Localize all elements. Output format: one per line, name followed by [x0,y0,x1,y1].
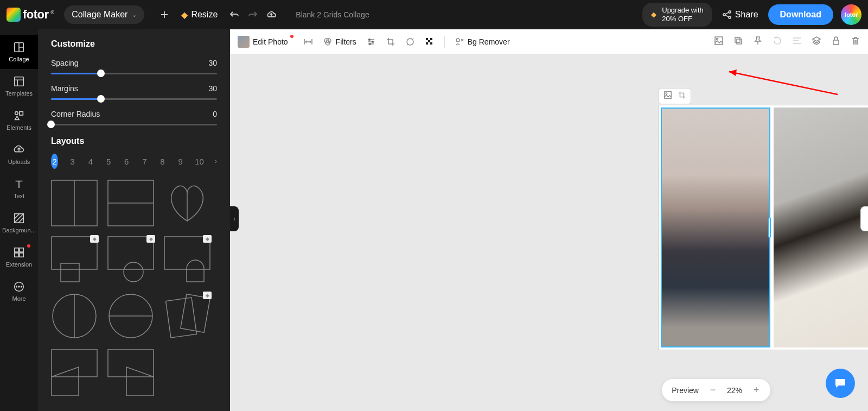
diamond-icon: ◆ [181,10,188,20]
collage-canvas[interactable] [659,105,868,350]
download-button[interactable]: Download [768,4,833,25]
svg-rect-11 [20,253,23,257]
rail-collage[interactable]: Collage [0,35,38,69]
svg-rect-27 [52,350,97,377]
zoom-value: 22% [727,386,742,395]
resize-label: Resize [191,10,218,20]
layout-option[interactable]: ◆ [164,293,210,339]
collapse-panel-button[interactable]: ‹ [230,206,239,231]
premium-badge: ◆ [203,292,212,299]
layout-option[interactable] [51,180,98,226]
rail-label: Elements [7,124,31,131]
replace-image-button[interactable] [714,36,724,47]
layout-count-row: 2 3 4 5 6 7 8 9 10 › [51,154,217,169]
add-button[interactable] [155,10,174,19]
svg-point-13 [16,286,17,287]
layout-option[interactable] [107,180,154,226]
svg-rect-38 [428,40,430,42]
upgrade-line2: 20% OFF [662,15,704,23]
layout-count-3[interactable]: 3 [69,154,76,169]
resize-button[interactable]: ◆ Resize [181,10,218,20]
layout-count-8[interactable]: 8 [159,154,166,169]
zoom-out-button[interactable]: − [709,384,717,396]
zoom-in-button[interactable]: + [752,384,761,396]
opacity-button[interactable] [425,37,435,47]
spacing-label: Spacing [51,59,79,67]
customize-panel: Customize Spacing30 Margins30 Corner Rad… [38,29,230,411]
rail-uploads[interactable]: Uploads [0,137,38,172]
layout-count-4[interactable]: 4 [87,154,94,169]
document-title-input[interactable] [296,10,391,19]
filters-button[interactable]: Filters [323,37,356,47]
layout-option[interactable]: ◆ [107,236,154,283]
rail-background[interactable]: Backgroun... [0,206,38,240]
layouts-title: Layouts [51,136,217,146]
layers-button[interactable] [812,36,821,47]
svg-rect-25 [166,298,197,338]
crop-icon[interactable] [678,91,686,102]
crop-button[interactable] [386,37,395,47]
fit-width-button[interactable] [303,37,313,47]
layout-option[interactable] [164,180,210,226]
separator [444,36,445,48]
expand-right-panel-button[interactable] [860,206,868,231]
redo-button[interactable] [773,36,782,47]
rail-more[interactable]: More [0,274,38,308]
resize-handle[interactable] [768,217,771,238]
bg-remover-button[interactable]: Bg Remover [455,37,510,47]
layout-count-6[interactable]: 6 [123,154,130,169]
redo-button[interactable] [244,10,262,20]
rail-label: More [12,295,25,302]
chat-fab[interactable] [826,369,855,398]
layout-option[interactable] [51,349,98,396]
replace-icon[interactable] [663,91,672,102]
layout-count-2[interactable]: 2 [51,154,58,169]
share-button[interactable]: Share [722,10,758,20]
layout-count-9[interactable]: 9 [177,154,184,169]
rail-elements[interactable]: Elements [0,103,38,137]
preview-button[interactable]: Preview [672,386,699,395]
registered-mark: ® [51,10,55,15]
undo-button[interactable] [225,10,244,20]
mode-selector[interactable]: Collage Maker ⌄ [64,5,144,24]
logo[interactable]: fotor ® [7,8,54,22]
layout-count-7[interactable]: 7 [141,154,148,169]
layout-option[interactable] [107,293,154,339]
svg-rect-36 [426,38,428,40]
layout-count-10[interactable]: 10 [195,154,204,169]
radius-slider[interactable] [51,124,217,125]
layout-count-5[interactable]: 5 [105,154,112,169]
svg-point-48 [666,93,667,94]
rail-templates[interactable]: Templates [0,69,38,103]
edit-photo-button[interactable]: Edit Photo [238,36,293,48]
rail-label: Templates [5,90,33,97]
lock-button[interactable] [831,36,841,47]
shape-crop-button[interactable] [405,37,415,47]
svg-marker-50 [729,69,737,76]
layout-option[interactable] [107,349,154,396]
collage-cell-right[interactable] [774,108,868,347]
align-button[interactable] [792,36,802,47]
rail-text[interactable]: Text [0,172,38,206]
chevron-down-icon: ⌄ [132,11,137,18]
svg-rect-47 [665,92,671,98]
chevron-right-icon[interactable]: › [215,157,217,165]
duplicate-button[interactable] [733,36,743,47]
user-avatar[interactable]: fotor [841,4,861,25]
collage-cell-left[interactable] [661,108,770,347]
layout-option[interactable]: ◆ [51,236,98,283]
layout-option[interactable] [51,293,98,339]
delete-button[interactable] [851,36,860,47]
svg-rect-44 [735,37,740,42]
spacing-slider[interactable] [51,73,217,74]
logo-text: fotor [23,8,49,22]
rail-extension[interactable]: Extension [0,240,38,274]
premium-badge: ◆ [146,235,155,243]
layout-option[interactable]: ◆ [164,236,210,283]
margins-slider[interactable] [51,98,217,100]
adjust-button[interactable] [366,37,376,47]
svg-point-1 [729,11,731,13]
cloud-sync-button[interactable] [262,10,280,20]
upgrade-button[interactable]: ◆ Upgrade with 20% OFF [642,3,712,26]
pin-button[interactable] [753,36,763,47]
